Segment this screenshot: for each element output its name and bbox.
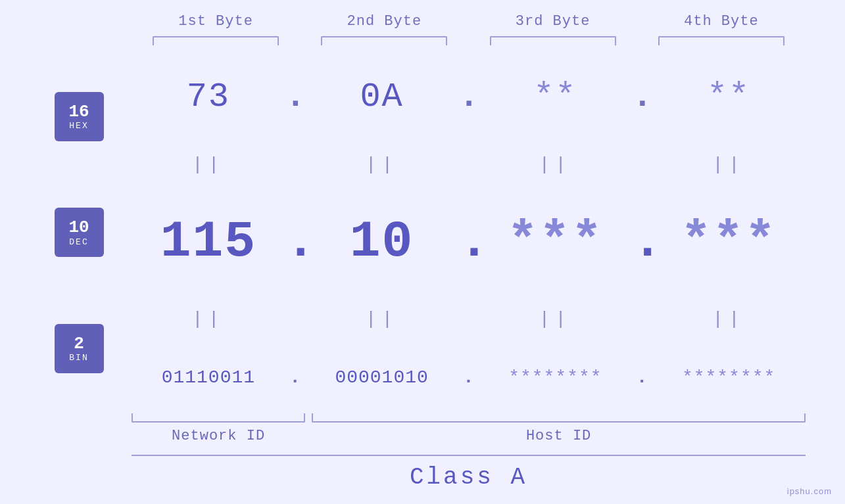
hex-badge-label: HEX — [69, 121, 88, 131]
equals-row-1: || || || || — [132, 154, 806, 175]
content-area: 16 HEX 10 DEC 2 BIN 73 . 0A . ** . ** — [39, 58, 806, 407]
dec-sep-1: . — [285, 213, 305, 271]
dec-sep-3: . — [632, 213, 652, 271]
bracket-cell-2 — [300, 36, 468, 45]
bracket-3 — [490, 36, 616, 45]
bin-badge: 2 BIN — [55, 324, 104, 373]
hex-val-1: 73 — [132, 78, 285, 116]
bin-row: 01110011 . 00001010 . ******** . *******… — [132, 367, 806, 388]
top-bracket-row — [39, 36, 806, 45]
class-bracket-line — [132, 455, 806, 456]
bin-badge-num: 2 — [74, 334, 84, 354]
main-container: 1st Byte 2nd Byte 3rd Byte 4th Byte 16 H… — [0, 0, 845, 504]
bottom-section: Network ID Host ID — [39, 413, 806, 444]
eq1-1: || — [132, 154, 285, 175]
host-id-label: Host ID — [312, 428, 806, 444]
hex-val-2: 0A — [305, 78, 459, 116]
bin-val-3: ******** — [479, 367, 633, 388]
bin-sep-3: . — [632, 367, 652, 388]
class-label: Class A — [132, 464, 806, 491]
hex-val-3: ** — [479, 78, 633, 116]
eq2-1: || — [132, 309, 285, 329]
eq2-4: || — [652, 309, 806, 329]
dec-val-3: *** — [479, 213, 633, 271]
dec-val-1: 115 — [132, 213, 285, 271]
bracket-cell-3 — [469, 36, 637, 45]
hex-badge-num: 16 — [68, 103, 89, 122]
network-bracket — [132, 413, 305, 423]
bracket-2 — [321, 36, 447, 45]
bin-sep-2: . — [459, 367, 479, 388]
badges-column: 16 HEX 10 DEC 2 BIN — [39, 58, 132, 407]
byte-header-3: 3rd Byte — [469, 13, 637, 30]
eq1-4: || — [652, 154, 806, 175]
bracket-4 — [658, 36, 785, 45]
hex-badge: 16 HEX — [55, 92, 104, 141]
bin-sep-1: . — [285, 367, 305, 388]
watermark: ipshu.com — [787, 486, 832, 496]
hex-val-4: ** — [652, 78, 806, 116]
bin-val-1: 01110011 — [132, 367, 285, 388]
hex-row: 73 . 0A . ** . ** — [132, 78, 806, 116]
hex-sep-2: . — [459, 78, 479, 116]
dec-badge-num: 10 — [68, 218, 89, 237]
byte-header-1: 1st Byte — [132, 13, 300, 30]
bottom-brackets — [132, 413, 806, 423]
bracket-cell-1 — [132, 36, 300, 45]
byte-header-2: 2nd Byte — [300, 13, 468, 30]
dec-badge: 10 DEC — [55, 208, 104, 257]
bracket-1 — [153, 36, 279, 45]
byte-headers: 1st Byte 2nd Byte 3rd Byte 4th Byte — [39, 13, 806, 30]
eq1-2: || — [305, 154, 459, 175]
bin-val-4: ******** — [652, 367, 806, 388]
data-grid: 73 . 0A . ** . ** || || || || 115 — [132, 58, 806, 407]
byte-header-4: 4th Byte — [637, 13, 806, 30]
bottom-labels: Network ID Host ID — [132, 428, 806, 444]
eq1-3: || — [479, 154, 633, 175]
eq2-2: || — [305, 309, 459, 329]
bracket-cell-4 — [637, 36, 806, 45]
equals-row-2: || || || || — [132, 309, 806, 329]
eq2-3: || — [479, 309, 633, 329]
dec-row: 115 . 10 . *** . *** — [132, 213, 806, 271]
host-bracket — [312, 413, 806, 423]
dec-sep-2: . — [459, 213, 479, 271]
hex-sep-3: . — [632, 78, 652, 116]
hex-sep-1: . — [285, 78, 305, 116]
bin-badge-label: BIN — [69, 353, 88, 363]
dec-badge-label: DEC — [69, 237, 88, 247]
network-id-label: Network ID — [132, 428, 305, 444]
bin-val-2: 00001010 — [305, 367, 459, 388]
class-footer: Class A — [39, 455, 806, 491]
dec-val-2: 10 — [305, 213, 459, 271]
dec-val-4: *** — [652, 213, 806, 271]
